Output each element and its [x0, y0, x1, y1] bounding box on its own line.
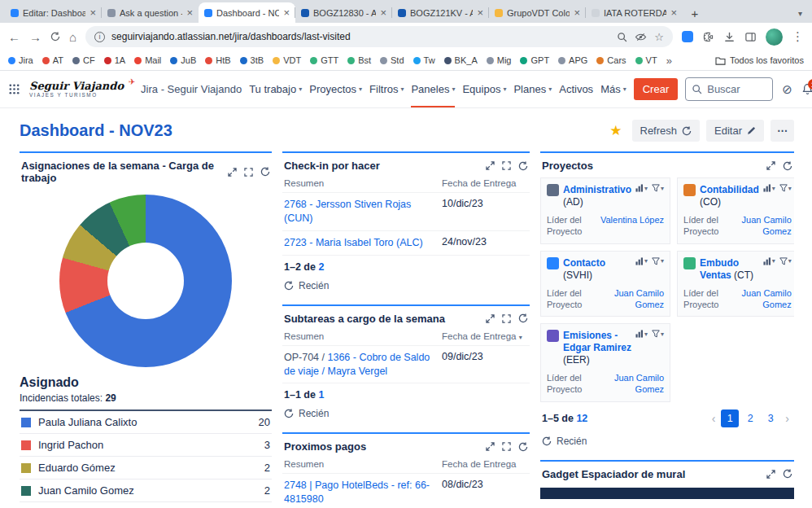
fullscreen-icon[interactable]	[502, 442, 511, 451]
panel-footer[interactable]: Recién	[540, 429, 794, 450]
tab-close-icon[interactable]: ×	[574, 7, 580, 18]
browser-tab[interactable]: BOGZ12830 - Amad ×	[295, 2, 392, 23]
fullscreen-icon[interactable]	[244, 168, 253, 177]
bookmark-item[interactable]: HtB	[205, 55, 230, 65]
address-bar[interactable]: i seguirviajando.atlassian.net/jira/dash…	[85, 26, 673, 47]
extensions-puzzle-icon[interactable]	[702, 31, 714, 43]
refresh-button[interactable]: Refresh	[632, 120, 701, 142]
bookmark-item[interactable]: JuB	[170, 55, 196, 65]
prev-page-icon[interactable]: ‹	[709, 412, 719, 425]
nav-item-tu-trabajo[interactable]: Tu trabajo▾	[249, 71, 302, 108]
project-link[interactable]: Contabilidad	[700, 184, 759, 195]
next-page-icon[interactable]: ›	[782, 412, 792, 425]
notifications-button[interactable]: 1	[801, 83, 812, 95]
panel-footer[interactable]: Recién	[540, 504, 794, 508]
browser-tab[interactable]: IATA ROTERDAM - B ×	[586, 2, 683, 23]
bookmark-item[interactable]: GTT	[310, 55, 338, 65]
pagination-total-link[interactable]: 1	[318, 389, 324, 401]
bookmark-item[interactable]: Std	[380, 55, 404, 65]
legend-row[interactable]: Ingrid Pachon3	[20, 434, 272, 457]
workload-donut[interactable]	[59, 195, 232, 367]
tab-close-icon[interactable]: ×	[283, 7, 290, 18]
project-leader-link[interactable]: Juan Camilo Gomez	[723, 287, 792, 311]
edit-button[interactable]: Editar	[706, 120, 764, 142]
fullscreen-icon[interactable]	[502, 314, 511, 323]
filter-menu-button[interactable]: ▾	[652, 330, 664, 338]
legend-row[interactable]: Paula Juliana Calixto20	[20, 411, 272, 434]
password-eye-icon[interactable]	[635, 31, 647, 43]
bookmark-item[interactable]: 3tB	[240, 55, 264, 65]
project-link[interactable]: Embudo Ventas	[700, 257, 739, 281]
minimize-icon[interactable]	[486, 442, 495, 451]
bookmark-item[interactable]: CF	[72, 55, 95, 65]
back-icon[interactable]: ←	[8, 30, 20, 44]
panel-footer[interactable]: Recién	[282, 401, 530, 423]
app-switcher-icon[interactable]	[7, 83, 22, 95]
project-leader-link[interactable]: Juan Camilo Gomez	[590, 372, 664, 396]
bookmark-item[interactable]: Mig	[487, 55, 512, 65]
refresh-icon[interactable]	[518, 313, 528, 323]
minimize-icon[interactable]	[766, 470, 775, 479]
bookmark-item[interactable]: BK_A	[444, 55, 478, 65]
refresh-icon[interactable]	[783, 161, 792, 171]
pinned-extension-icon[interactable]	[682, 31, 693, 42]
minimize-icon[interactable]	[486, 314, 495, 323]
more-options-button[interactable]: ⋯	[771, 120, 794, 142]
refresh-icon[interactable]	[783, 469, 792, 479]
browser-tab[interactable]: Editar: Dashboard - ×	[5, 2, 102, 23]
do-not-disturb-icon[interactable]: ⊘	[782, 82, 792, 97]
filter-menu-button[interactable]: ▾	[652, 257, 664, 265]
all-bookmarks-button[interactable]: Todos los favoritos	[715, 55, 804, 65]
column-header-sortable[interactable]: Fecha de Entrega ▾	[442, 331, 528, 341]
chart-menu-button[interactable]: ▾	[635, 330, 648, 338]
browser-profile-avatar[interactable]	[766, 28, 783, 46]
reload-icon[interactable]	[50, 32, 60, 42]
project-leader-link[interactable]: Juan Camilo Gomez	[590, 287, 664, 311]
tab-close-icon[interactable]: ×	[89, 7, 96, 18]
project-leader-link[interactable]: Valentina López	[600, 214, 664, 226]
bookmark-item[interactable]: AT	[42, 55, 63, 65]
pagination-total-link[interactable]: 12	[576, 413, 587, 424]
filter-menu-button[interactable]: ▾	[779, 257, 792, 265]
bookmark-item[interactable]: Jira	[8, 55, 33, 65]
company-logo[interactable]: Seguir Viajando ✈ VIAJES Y TURISMO	[29, 81, 133, 98]
column-header[interactable]: Resumen	[284, 331, 442, 341]
project-link[interactable]: Contacto	[563, 257, 605, 269]
bookmark-item[interactable]: Tw	[413, 55, 435, 65]
column-header[interactable]: Fecha de Entrega	[442, 178, 528, 188]
tab-close-icon[interactable]: ×	[670, 7, 677, 18]
legend-row[interactable]: Eduardo Gómez2	[20, 457, 272, 480]
tab-close-icon[interactable]: ×	[186, 7, 193, 18]
bookmark-item[interactable]: VT	[635, 55, 657, 65]
refresh-icon[interactable]	[260, 167, 270, 177]
search-input[interactable]	[707, 83, 756, 95]
browser-menu-icon[interactable]: ⋮	[792, 29, 804, 44]
forward-icon[interactable]: →	[29, 30, 41, 44]
tab-overflow-icon[interactable]: ▾	[798, 9, 807, 23]
chart-menu-button[interactable]: ▾	[635, 257, 648, 265]
search-in-page-icon[interactable]	[617, 32, 627, 42]
bookmark-item[interactable]: Cars	[596, 55, 626, 65]
browser-tab[interactable]: GrupoVDT Colombia ×	[489, 2, 586, 23]
create-button[interactable]: Crear	[634, 78, 679, 100]
filter-menu-button[interactable]: ▾	[779, 184, 792, 192]
new-tab-button[interactable]: +	[686, 4, 704, 22]
bookmark-item[interactable]: Mail	[134, 55, 161, 65]
nav-item-proyectos[interactable]: Proyectos▾	[309, 71, 362, 108]
bookmark-item[interactable]: APG	[558, 55, 587, 65]
project-link[interactable]: Administrativo	[563, 184, 631, 195]
refresh-icon[interactable]	[518, 442, 528, 452]
issue-link[interactable]: 2723 - Maria Isabel Toro (ALC)	[284, 237, 423, 248]
fullscreen-icon[interactable]	[502, 161, 511, 170]
chart-menu-button[interactable]: ▾	[763, 257, 775, 265]
legend-row[interactable]: Soraida Mendoza Romero2	[20, 502, 272, 508]
bookmark-item[interactable]: Bst	[347, 55, 371, 65]
downloads-icon[interactable]	[723, 31, 736, 43]
issue-link[interactable]: 2768 - Jersson Stiven Rojas (CUN)	[284, 199, 411, 224]
browser-tab-active[interactable]: Dashboard - NOV23 ×	[199, 2, 295, 23]
bookmark-item[interactable]: GPT	[520, 55, 549, 65]
nav-item-activos[interactable]: Activos	[559, 71, 593, 108]
column-header[interactable]: Fecha de Entrega	[442, 459, 528, 469]
minimize-icon[interactable]	[766, 161, 775, 170]
chart-menu-button[interactable]: ▾	[635, 184, 648, 192]
